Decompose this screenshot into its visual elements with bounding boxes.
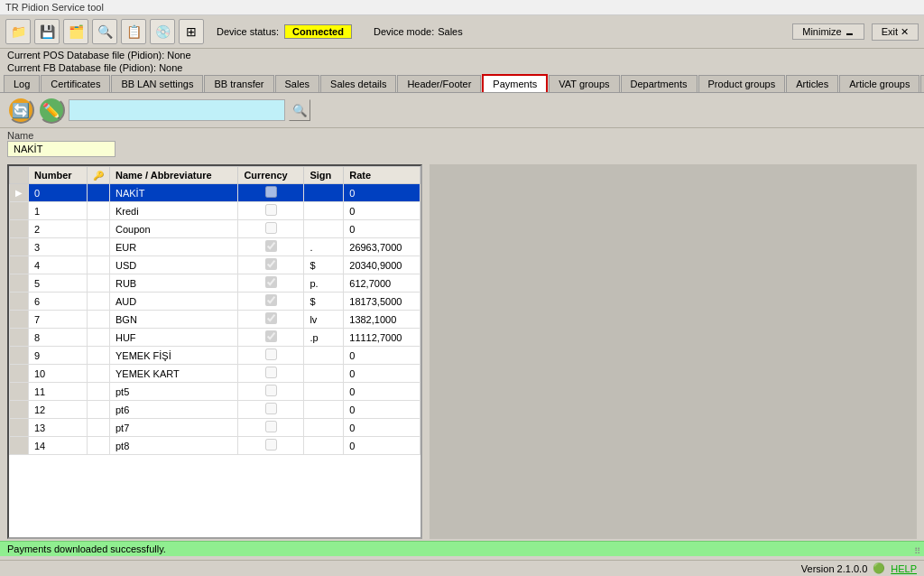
- toolbar: 📁 💾 🗂️ 🔍 📋 💿 ⊞ Device status: Connected …: [0, 15, 924, 49]
- toolbar-btn-folder[interactable]: 📁: [5, 19, 31, 44]
- cell-key: [87, 202, 109, 220]
- table-row[interactable]: 12pt60: [10, 401, 420, 419]
- exit-label: Exit: [882, 26, 898, 37]
- toolbar-btn-save[interactable]: 💾: [34, 19, 60, 44]
- toolbar-btn-search[interactable]: 🔍: [92, 19, 117, 44]
- table-row[interactable]: 6AUD$18173,5000: [10, 293, 420, 311]
- table-row[interactable]: 10YEMEK KART0: [10, 365, 420, 383]
- cell-sign: $: [304, 293, 344, 311]
- row-indicator: ▶: [10, 184, 29, 202]
- table-row[interactable]: 7BGNlv1382,1000: [10, 311, 420, 329]
- help-label[interactable]: HELP: [891, 563, 917, 574]
- resize-handle[interactable]: ⠿: [914, 546, 920, 556]
- cell-sign: [304, 365, 344, 383]
- cell-number: 2: [29, 220, 88, 238]
- cell-key: [87, 437, 109, 455]
- action-bar: 🔄 ✏️ 🔍: [0, 93, 924, 128]
- refresh-button[interactable]: 🔄: [7, 97, 34, 124]
- cell-number: 3: [29, 238, 88, 256]
- table-row[interactable]: 9YEMEK FİŞİ0: [10, 347, 420, 365]
- cell-name: BGN: [109, 311, 237, 329]
- cell-key: [87, 401, 109, 419]
- row-indicator: [10, 220, 29, 238]
- tab-articles[interactable]: Articles: [786, 75, 838, 92]
- device-mode: Device mode: Sales: [374, 26, 463, 37]
- cell-key: [87, 383, 109, 401]
- row-indicator: [10, 293, 29, 311]
- tab-departments[interactable]: Departments: [621, 75, 698, 92]
- table-row[interactable]: 4USD$20340,9000: [10, 256, 420, 274]
- tab-product-groups[interactable]: Product groups: [698, 75, 786, 92]
- tab-bb-lan[interactable]: BB LAN settings: [111, 75, 203, 92]
- tab-log[interactable]: Log: [4, 75, 40, 92]
- cell-number: 9: [29, 347, 88, 365]
- cell-sign: [304, 383, 344, 401]
- table-row[interactable]: 13pt70: [10, 419, 420, 437]
- cell-sign: lv: [304, 311, 344, 329]
- cell-name: pt8: [109, 437, 237, 455]
- table-row[interactable]: 2Coupon0: [10, 220, 420, 238]
- cell-name: YEMEK KART: [109, 365, 237, 383]
- cell-sign: [304, 347, 344, 365]
- device-status-label: Device status:: [217, 26, 279, 37]
- status-message: Payments downloaded successfully.: [7, 543, 166, 554]
- toolbar-btn-copy[interactable]: 📋: [121, 19, 146, 44]
- pos-db-info: Current POS Database file (Pidion): None: [0, 49, 924, 61]
- edit-button[interactable]: ✏️: [38, 97, 65, 124]
- table-row[interactable]: 11pt50: [10, 383, 420, 401]
- toolbar-btn-grid[interactable]: ⊞: [179, 19, 204, 44]
- col-currency: Currency: [238, 167, 304, 184]
- cell-currency: [238, 329, 304, 347]
- row-indicator: [10, 202, 29, 220]
- cell-name: EUR: [109, 238, 237, 256]
- tab-header-footer[interactable]: Header/Footer: [397, 75, 481, 92]
- col-key: 🔑: [87, 167, 109, 184]
- table-row[interactable]: 5RUBр.612,7000: [10, 274, 420, 293]
- cell-number: 0: [29, 184, 88, 202]
- table-row[interactable]: 8HUF.p11112,7000: [10, 329, 420, 347]
- cell-sign: .: [304, 238, 344, 256]
- cell-name: pt5: [109, 383, 237, 401]
- search-input[interactable]: [69, 99, 285, 121]
- cell-key: [87, 293, 109, 311]
- tab-bb-transfer[interactable]: BB transfer: [204, 75, 273, 92]
- row-indicator: [10, 383, 29, 401]
- cell-currency: [238, 347, 304, 365]
- cell-rate: 1382,1000: [344, 311, 420, 329]
- cell-key: [87, 220, 109, 238]
- cell-currency: [238, 202, 304, 220]
- cell-number: 1: [29, 202, 88, 220]
- search-execute-button[interactable]: 🔍: [289, 99, 310, 121]
- cell-rate: 0: [344, 437, 420, 455]
- payments-table: Number 🔑 Name / Abbreviature Currency Si…: [9, 166, 420, 455]
- cell-number: 6: [29, 293, 88, 311]
- cell-currency: [238, 311, 304, 329]
- cell-sign: [304, 419, 344, 437]
- table-row[interactable]: 1Kredi0: [10, 202, 420, 220]
- toolbar-btn-add[interactable]: 🗂️: [63, 19, 88, 44]
- name-value: NAKİT: [7, 141, 116, 157]
- cell-sign: .p: [304, 329, 344, 347]
- cell-currency: [238, 437, 304, 455]
- tab-sales[interactable]: Sales: [275, 75, 320, 92]
- table-row[interactable]: ▶0NAKİT0: [10, 184, 420, 202]
- cell-key: [87, 311, 109, 329]
- tab-sales-details[interactable]: Sales details: [320, 75, 396, 92]
- col-number: Number: [29, 167, 88, 184]
- table-row[interactable]: 3EUR.26963,7000: [10, 238, 420, 256]
- minimize-button[interactable]: Minimize 🗕: [792, 23, 864, 40]
- device-mode-label: Device mode:: [374, 26, 434, 37]
- cell-rate: 0: [344, 202, 420, 220]
- tab-certificates[interactable]: Certificates: [41, 75, 110, 92]
- tab-article-groups[interactable]: Article groups: [839, 75, 919, 92]
- toolbar-btn-database[interactable]: 💿: [150, 19, 175, 44]
- tab-payments[interactable]: Payments: [482, 74, 548, 92]
- cell-rate: 612,7000: [344, 274, 420, 293]
- cell-name: RUB: [109, 274, 237, 293]
- tab-vat-groups[interactable]: VAT groups: [549, 75, 619, 92]
- row-indicator: [10, 274, 29, 293]
- table-row[interactable]: 14pt80: [10, 437, 420, 455]
- cell-currency: [238, 365, 304, 383]
- exit-button[interactable]: Exit ✕: [872, 23, 919, 41]
- tab-discounts[interactable]: Discounts: [920, 75, 924, 92]
